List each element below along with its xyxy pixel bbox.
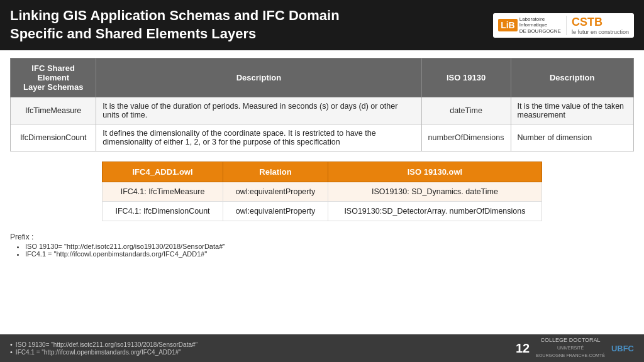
table-cell: owl:equivalentProperty <box>223 202 328 221</box>
col-ifc4-add1: IFC4_ADD1.owl <box>103 162 223 182</box>
table-cell: numberOfDimensions <box>421 124 511 151</box>
table-cell: owl:equivalentProperty <box>223 182 328 202</box>
top-table: IFC Shared ElementLayer Schemas Descript… <box>10 58 634 151</box>
cstb-label: CSTBle futur en construction <box>572 16 629 35</box>
table-cell: It is the time value of the taken measur… <box>511 97 634 124</box>
table-cell: It is the value of the duration of perio… <box>96 97 421 124</box>
col-ifc-schema: IFC Shared ElementLayer Schemas <box>11 58 96 97</box>
prefix-label: Prefix : <box>10 233 634 241</box>
list-item: IFC4.1 = "http://ifcowl.openbimstandards… <box>25 250 634 258</box>
footer-bullet-text: ISO 19130= "http://def.isotc211.org/iso1… <box>16 341 197 348</box>
title-line1: Linking GIS Application Schemas and IFC … <box>10 8 340 23</box>
header-logos: LiB LaboratoireInformatiqueDE BOURGOGNE … <box>493 13 634 38</box>
table-row: IfcDimensionCountIt defines the dimensio… <box>11 124 634 151</box>
footer-bullet-text: IFC4.1 = "http://ifcowl.openbimstandards… <box>16 349 181 356</box>
table-cell: It defines the dimensionality of the coo… <box>96 124 421 151</box>
table-cell: Number of dimension <box>511 124 634 151</box>
table-cell: IFC4.1: IfcDimensionCount <box>103 202 223 221</box>
cstb-logo: CSTBle futur en construction <box>566 16 629 35</box>
lib-logo: LiB LaboratoireInformatiqueDE BOURGOGNE <box>498 16 561 35</box>
title-line2: Specific and Shared Elements Layers <box>10 26 256 41</box>
cstb-subtitle: le futur en construction <box>572 29 629 35</box>
col-iso-19130-owl: ISO 19130.owl <box>328 162 541 182</box>
bottom-table-header-row: IFC4_ADD1.owl Relation ISO 19130.owl <box>103 162 542 182</box>
col-iso-19130: ISO 19130 <box>421 58 511 97</box>
ubfc-label: UBFC <box>611 344 634 353</box>
col-description-2: Description <box>511 58 634 97</box>
footer-right: 12 COLLEGE DOCTORAL UNIVERSITÉBOURGOGNE … <box>516 337 634 359</box>
prefix-area: Prefix : ISO 19130= "http://def.isotc211… <box>0 229 644 259</box>
header-title: Linking GIS Application Schemas and IFC … <box>10 7 340 43</box>
main-content: IFC Shared ElementLayer Schemas Descript… <box>0 50 644 221</box>
footer-bullet: •IFC4.1 = "http://ifcowl.openbimstandard… <box>10 348 197 356</box>
page-number: 12 <box>516 341 530 356</box>
college-doctoral-label: COLLEGE DOCTORAL UNIVERSITÉBOURGOGNE FRA… <box>536 337 605 359</box>
table-cell: IFC4.1: IfcTimeMeasure <box>103 182 223 202</box>
bottom-section: IFC4_ADD1.owl Relation ISO 19130.owl IFC… <box>10 162 634 221</box>
lib-icon: LiB <box>498 19 518 31</box>
table-cell: ISO19130: SD_Dynamics. dateTime <box>328 182 541 202</box>
footer: •ISO 19130= "http://def.isotc211.org/iso… <box>0 334 644 362</box>
footer-bullet: •ISO 19130= "http://def.isotc211.org/iso… <box>10 341 197 348</box>
table-cell: IfcDimensionCount <box>11 124 96 151</box>
footer-left: •ISO 19130= "http://def.isotc211.org/iso… <box>10 341 197 356</box>
bottom-table: IFC4_ADD1.owl Relation ISO 19130.owl IFC… <box>102 162 542 221</box>
col-relation: Relation <box>223 162 328 182</box>
table-cell: IfcTimeMeasure <box>11 97 96 124</box>
table-row: IfcTimeMeasureIt is the value of the dur… <box>11 97 634 124</box>
table-row: IFC4.1: IfcTimeMeasureowl:equivalentProp… <box>103 182 542 202</box>
top-table-header-row: IFC Shared ElementLayer Schemas Descript… <box>11 58 634 97</box>
col-description-1: Description <box>96 58 421 97</box>
table-cell: ISO19130:SD_DetectorArray. numberOfDimen… <box>328 202 541 221</box>
header: Linking GIS Application Schemas and IFC … <box>0 0 644 50</box>
table-cell: dateTime <box>421 97 511 124</box>
lib-subtitle: LaboratoireInformatiqueDE BOURGOGNE <box>519 16 561 35</box>
list-item: ISO 19130= "http://def.isotc211.org/iso1… <box>25 243 634 250</box>
table-row: IFC4.1: IfcDimensionCountowl:equivalentP… <box>103 202 542 221</box>
